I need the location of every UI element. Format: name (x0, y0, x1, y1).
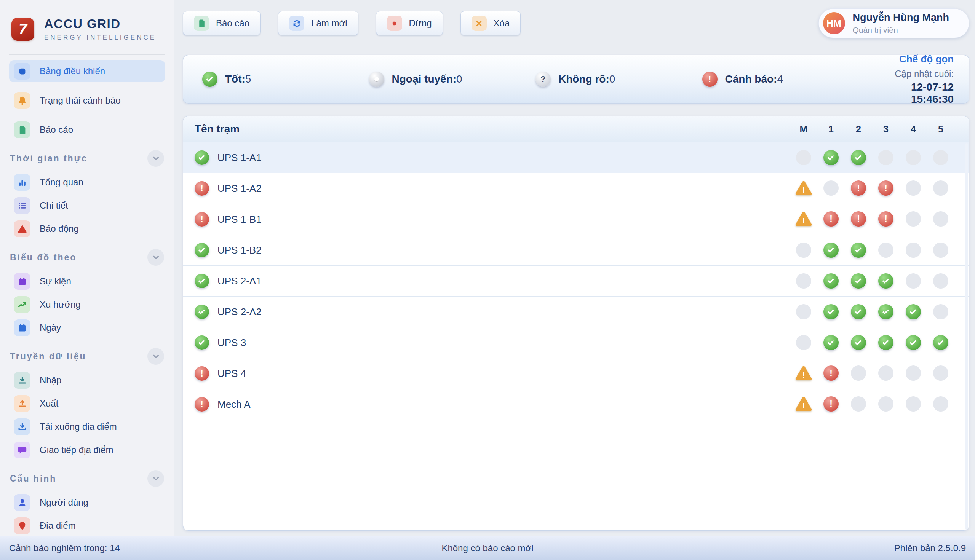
stop-icon (387, 16, 402, 31)
user-icon (14, 494, 30, 511)
status-cell (845, 243, 872, 258)
ok-status-icon (195, 274, 209, 288)
ok-status-icon (851, 273, 866, 288)
sidebar-item-import[interactable]: Nhập (9, 369, 165, 392)
compact-mode-link[interactable]: Chế độ gọn (869, 53, 954, 65)
warning-triangle-icon: ! (795, 396, 812, 412)
empty-status-icon (878, 150, 893, 165)
status-cell (872, 243, 900, 258)
refresh-button[interactable]: Làm mới (278, 11, 358, 35)
sidebar-item-label: Chi tiết (40, 200, 68, 211)
table-row[interactable]: UPS 2-A1 (183, 266, 969, 297)
clear-button[interactable]: Xóa (461, 11, 521, 35)
station-name: UPS 1-A1 (217, 152, 262, 164)
button-label: Xóa (494, 18, 510, 28)
user-menu[interactable]: HM Nguyễn Hùng Mạnh Quản trị viên (818, 8, 969, 38)
column-header: 3 (872, 124, 900, 135)
sidebar-item-sites[interactable]: Địa điểm (9, 515, 165, 536)
sidebar-item-trends[interactable]: Xu hướng (9, 293, 165, 316)
ok-status-icon (851, 304, 866, 319)
sidebar-item-label: Người dùng (40, 497, 88, 508)
sidebar-item-overview[interactable]: Tổng quan (9, 171, 165, 193)
sidebar-item-label: Xu hướng (40, 299, 81, 310)
status-cell: ! (817, 211, 845, 227)
sidebar-item-events[interactable]: Sự kiện (9, 270, 165, 292)
status-cell (817, 243, 845, 258)
table-row[interactable]: UPS 1-B2 (183, 235, 969, 266)
toolbar: Báo cáo Làm mới Dừng (183, 8, 969, 38)
button-label: Dừng (409, 18, 432, 28)
table-row[interactable]: ! UPS 1-B1 !!!! (183, 204, 969, 235)
status-cell: ! (872, 180, 900, 197)
scrollbar-track[interactable] (965, 143, 968, 530)
empty-status-icon (851, 396, 866, 412)
table-row[interactable]: UPS 3 (183, 327, 969, 358)
status-cell (927, 243, 955, 258)
report-button[interactable]: Báo cáo (183, 11, 260, 35)
status-cell: ! (817, 396, 845, 412)
table-row[interactable]: ! UPS 4 !! (183, 358, 969, 389)
sidebar-item-reports[interactable]: Báo cáo (9, 119, 165, 141)
table-row[interactable]: UPS 2-A2 (183, 297, 969, 327)
status-cell (872, 273, 900, 288)
sidebar-item-site-download[interactable]: Tải xuống địa điểm (9, 416, 165, 438)
sidebar-item-alert-status[interactable]: Trạng thái cảnh báo (9, 90, 165, 112)
station-name: UPS 1-B2 (217, 244, 262, 256)
status-cell (900, 335, 927, 350)
status-summary-bar: Tốt:5 Ngoại tuyến:0 ? Không rõ:0 ! Cảnh … (183, 55, 969, 103)
chevron-down-icon (153, 253, 159, 259)
empty-status-icon (878, 243, 893, 258)
alert-status-icon: ! (195, 397, 209, 412)
sidebar-item-dashboard[interactable]: Bảng điều khiển (9, 60, 165, 82)
ok-status-icon (195, 150, 209, 165)
table-header: Tên trạm M12345 (183, 117, 969, 142)
ok-status-icon (933, 335, 948, 350)
alert-status-icon: ! (195, 366, 209, 381)
empty-status-icon (933, 396, 948, 412)
chevron-down-icon (153, 474, 159, 480)
section-collapse-button[interactable] (147, 249, 164, 266)
table-row[interactable]: ! UPS 1-A2 !!! (183, 173, 969, 204)
empty-status-icon (933, 365, 948, 381)
section-collapse-button[interactable] (147, 348, 164, 365)
warning-triangle-icon: ! (795, 211, 812, 227)
app-window: 7 ACCU GRID ENERGY INTELLIGENCE Bảng điề… (0, 0, 975, 536)
ok-status-icon (851, 150, 866, 165)
alert-status-icon: ! (823, 396, 839, 412)
table-row[interactable]: UPS 1-A1 (183, 142, 969, 173)
sidebar-item-label: Ngày (40, 322, 61, 333)
status-cell: ! (790, 396, 817, 412)
unknown-status-icon: ? (536, 72, 551, 87)
sidebar-item-details[interactable]: Chi tiết (9, 195, 165, 217)
ok-status-icon (823, 335, 839, 350)
status-cell (900, 304, 927, 319)
sidebar-item-alarms[interactable]: Báo động (9, 218, 165, 240)
sidebar-item-site-communication[interactable]: Giao tiếp địa điểm (9, 439, 165, 461)
status-cell (872, 304, 900, 319)
ok-status-icon (195, 335, 209, 350)
status-cells: !!! (790, 180, 955, 197)
status-cell (790, 150, 817, 165)
alert-status-icon: ! (702, 72, 718, 87)
status-cell (927, 150, 955, 165)
status-cell (927, 273, 955, 288)
warning-triangle-icon: ! (795, 365, 812, 382)
stop-button[interactable]: Dừng (376, 11, 443, 35)
station-table: Tên trạm M12345 UPS 1-A1 ! UPS 1-A2 !!! … (183, 116, 969, 531)
map-pin-icon (14, 517, 30, 534)
sidebar-item-users[interactable]: Người dùng (9, 492, 165, 513)
status-cells (790, 304, 955, 319)
table-row[interactable]: ! Mech A !! (183, 389, 969, 420)
column-header-name: Tên trạm (183, 123, 790, 135)
section-collapse-button[interactable] (147, 470, 164, 487)
status-cell (927, 304, 955, 319)
section-collapse-button[interactable] (147, 150, 164, 167)
sidebar-divider (9, 55, 165, 55)
status-cell (872, 396, 900, 412)
empty-status-icon (933, 150, 948, 165)
empty-status-icon (906, 211, 921, 227)
sidebar-item-export[interactable]: Xuất (9, 392, 165, 415)
sidebar-item-days[interactable]: Ngày (9, 317, 165, 339)
download-icon (14, 418, 30, 435)
status-column-headers: M12345 (790, 124, 955, 135)
